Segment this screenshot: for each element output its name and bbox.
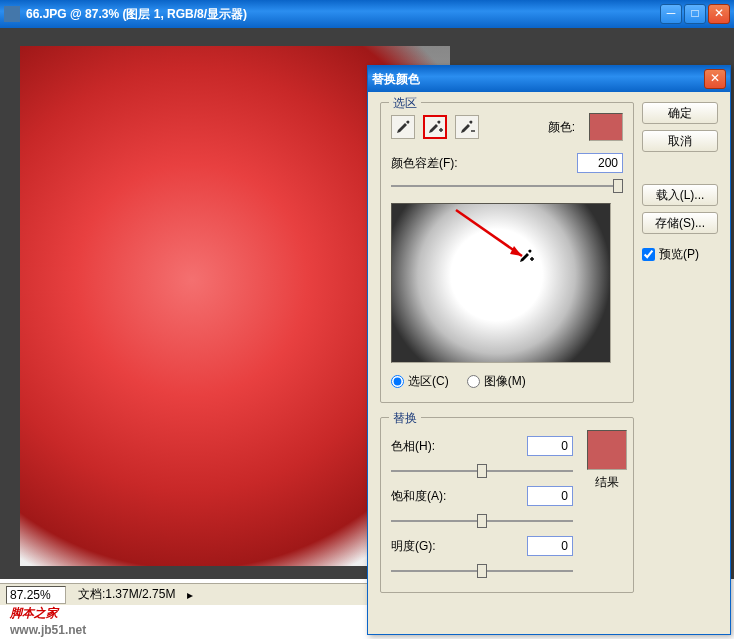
document-title: 66.JPG @ 87.3% (图层 1, RGB/8/显示器) [26,6,660,23]
preview-checkbox[interactable] [642,248,655,261]
hue-slider[interactable] [391,464,573,478]
saturation-row: 饱和度(A): [391,486,573,506]
replace-group: 替换 色相(H): 结果 饱和度(A): 明度(G): [380,417,634,593]
radio-image[interactable]: 图像(M) [467,373,526,390]
watermark-url: www.jb51.net [10,623,86,637]
save-button[interactable]: 存储(S)... [642,212,718,234]
lightness-row: 明度(G): [391,536,573,556]
color-label: 颜色: [548,119,575,136]
hue-label: 色相(H): [391,438,459,455]
eyedropper-subtract-tool[interactable] [455,115,479,139]
result-block: 结果 [583,430,631,491]
saturation-slider[interactable] [391,514,573,528]
dialog-titlebar[interactable]: 替换颜色 ✕ [368,66,730,92]
main-titlebar: 66.JPG @ 87.3% (图层 1, RGB/8/显示器) ─ □ ✕ [0,0,734,28]
preview-mode-radios: 选区(C) 图像(M) [391,373,623,390]
replace-color-dialog: 替换颜色 ✕ 选区 颜色: [367,65,731,635]
result-label: 结果 [595,475,619,489]
ok-button[interactable]: 确定 [642,102,718,124]
app-icon [4,6,20,22]
sample-color-swatch[interactable] [589,113,623,141]
preview-label: 预览(P) [659,246,699,263]
lightness-label: 明度(G): [391,538,459,555]
close-button[interactable]: ✕ [708,4,730,24]
result-color-swatch[interactable] [587,430,627,470]
hue-input[interactable] [527,436,573,456]
dialog-title: 替换颜色 [372,71,704,88]
saturation-label: 饱和度(A): [391,488,459,505]
hue-row: 色相(H): 结果 [391,436,573,456]
radio-selection[interactable]: 选区(C) [391,373,449,390]
dialog-buttons: 确定 取消 载入(L)... 存储(S)... 预览(P) [642,102,718,607]
selection-group-title: 选区 [389,95,421,112]
eyedropper-row: 颜色: [391,113,623,141]
selection-group: 选区 颜色: 颜色容差(F): [380,102,634,403]
load-button[interactable]: 载入(L)... [642,184,718,206]
window-controls: ─ □ ✕ [660,4,730,24]
eyedropper-tool[interactable] [391,115,415,139]
eyedropper-add-tool[interactable] [423,115,447,139]
lightness-slider[interactable] [391,564,573,578]
selection-preview[interactable] [391,203,611,363]
preview-checkbox-row: 预览(P) [642,246,718,263]
doc-size-label: 文档:1.37M/2.75M [78,586,175,603]
cancel-button[interactable]: 取消 [642,130,718,152]
minimize-button[interactable]: ─ [660,4,682,24]
maximize-button[interactable]: □ [684,4,706,24]
saturation-input[interactable] [527,486,573,506]
lightness-input[interactable] [527,536,573,556]
eyedropper-cursor-icon [518,248,534,264]
fuzziness-input[interactable] [577,153,623,173]
radio-selection-input[interactable] [391,375,404,388]
dialog-close-button[interactable]: ✕ [704,69,726,89]
replace-group-title: 替换 [389,410,421,427]
status-chevron-icon[interactable]: ▸ [187,588,193,602]
watermark: 脚本之家 www.jb51.net [10,597,86,637]
radio-image-input[interactable] [467,375,480,388]
eyedropper-plus-icon [427,119,443,135]
fuzziness-row: 颜色容差(F): [391,153,623,173]
eyedropper-minus-icon [459,119,475,135]
watermark-name: 脚本之家 [10,606,58,620]
eyedropper-icon [395,119,411,135]
fuzziness-slider[interactable] [391,179,623,193]
svg-line-0 [456,210,522,256]
fuzziness-label: 颜色容差(F): [391,155,469,172]
